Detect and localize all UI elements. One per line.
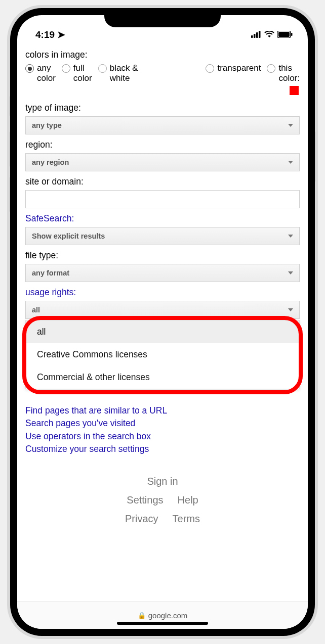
help-links: Find pages that are similar to a URL Sea… (25, 404, 300, 456)
status-right (251, 31, 293, 38)
wifi-icon (264, 31, 274, 38)
color-radio-row: anycolor fullcolor black &white transpar… (25, 63, 300, 84)
dropdown-value: all (32, 306, 40, 314)
radio-transparent[interactable]: transparent (206, 63, 261, 73)
radio-icon (62, 64, 70, 73)
help-link[interactable]: Help (178, 494, 198, 506)
radio-label: thiscolor: (278, 63, 300, 84)
dropdown-value: any region (32, 158, 69, 166)
radio-this-color[interactable]: thiscolor: (267, 63, 300, 84)
chevron-down-icon (288, 271, 293, 274)
cellular-icon (251, 31, 261, 38)
radio-label: transparent (217, 63, 261, 73)
radio-icon (267, 64, 275, 73)
battery-icon (277, 31, 293, 38)
radio-black-white[interactable]: black &white (98, 63, 138, 84)
svg-rect-5 (278, 32, 290, 37)
svg-rect-6 (291, 33, 293, 36)
chevron-down-icon (288, 161, 293, 164)
color-swatch[interactable] (290, 86, 299, 95)
dropdown-value: any format (32, 269, 69, 277)
usage-rights-label[interactable]: usage rights: (25, 287, 300, 298)
link-visited[interactable]: Search pages you've visited (25, 417, 300, 430)
chevron-down-icon (288, 124, 293, 127)
svg-rect-0 (251, 35, 253, 38)
chevron-down-icon (288, 308, 293, 311)
safesearch-dropdown[interactable]: Show explicit results (25, 227, 300, 245)
phone-bezel: 4:19 ➤ colors in image: (10, 8, 315, 636)
radio-full-color[interactable]: fullcolor (62, 63, 92, 84)
screen: 4:19 ➤ colors in image: (17, 15, 308, 629)
signin-link[interactable]: Sign in (147, 476, 178, 487)
privacy-link[interactable]: Privacy (125, 513, 158, 525)
region-dropdown[interactable]: any region (25, 153, 300, 171)
chevron-down-icon (288, 235, 293, 238)
home-indicator[interactable] (117, 622, 208, 625)
color-swatch-row (25, 86, 299, 98)
radio-any-color[interactable]: anycolor (25, 63, 56, 84)
usage-option-commercial[interactable]: Commercial & other licenses (26, 366, 299, 389)
usage-rights-dropdown[interactable]: all (25, 301, 300, 319)
footer-links: Sign in Settings Help Privacy Terms (25, 476, 300, 525)
usage-rights-popup: all Creative Commons licenses Commercial… (25, 320, 300, 389)
link-similar-url[interactable]: Find pages that are similar to a URL (25, 404, 300, 417)
type-dropdown[interactable]: any type (25, 116, 300, 134)
radio-icon (206, 64, 214, 73)
dropdown-value: Show explicit results (32, 232, 105, 240)
svg-rect-2 (256, 32, 258, 38)
radio-label: fullcolor (73, 63, 92, 84)
phone-frame: 4:19 ➤ colors in image: (7, 5, 318, 639)
clock-text: 4:19 (35, 29, 55, 40)
location-icon: ➤ (57, 29, 65, 40)
svg-rect-1 (254, 34, 256, 38)
page-content: colors in image: anycolor fullcolor blac… (17, 43, 308, 602)
link-operators[interactable]: Use operators in the search box (25, 430, 300, 443)
radio-icon (25, 64, 34, 73)
notch (104, 8, 221, 27)
safesearch-label[interactable]: SafeSearch: (25, 213, 300, 224)
filetype-label: file type: (25, 250, 300, 261)
site-input[interactable] (25, 190, 300, 208)
terms-link[interactable]: Terms (173, 513, 200, 525)
status-time: 4:19 ➤ (35, 29, 65, 40)
site-label: site or domain: (25, 176, 300, 187)
settings-link[interactable]: Settings (127, 494, 163, 506)
svg-rect-3 (259, 31, 261, 38)
link-customize[interactable]: Customize your search settings (25, 443, 300, 455)
address-domain: google.com (148, 611, 188, 620)
radio-icon (98, 64, 107, 73)
radio-label: anycolor (37, 63, 56, 84)
radio-label: black &white (110, 63, 138, 84)
usage-option-cc[interactable]: Creative Commons licenses (26, 343, 299, 366)
lock-icon: 🔒 (138, 612, 146, 619)
dropdown-value: any type (32, 121, 62, 129)
colors-label: colors in image: (25, 50, 300, 60)
region-label: region: (25, 140, 300, 150)
type-label: type of image: (25, 103, 300, 113)
usage-option-all[interactable]: all (26, 320, 299, 343)
filetype-dropdown[interactable]: any format (25, 264, 300, 282)
usage-rights-popup-wrap: all Creative Commons licenses Commercial… (25, 320, 300, 389)
